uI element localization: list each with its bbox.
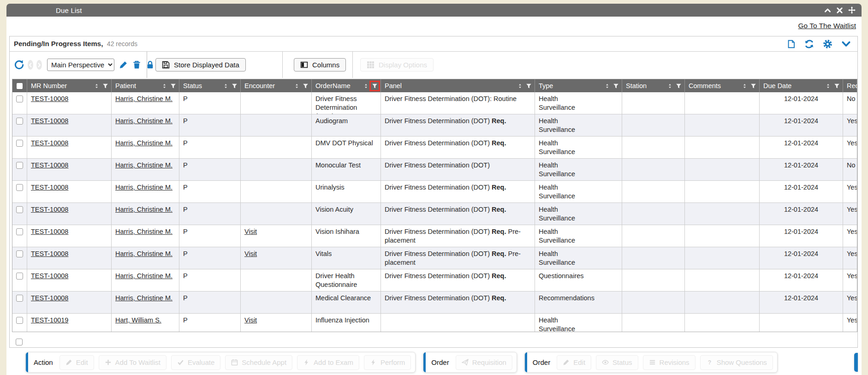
column-header-patient[interactable]: Patient: [112, 79, 179, 92]
move-icon[interactable]: [848, 6, 856, 14]
row-checkbox[interactable]: [16, 295, 23, 302]
collapse-panel-icon[interactable]: [841, 39, 851, 49]
column-header-encounter[interactable]: Encounter: [241, 79, 312, 92]
column-header-due_date[interactable]: Due Date: [760, 79, 843, 92]
mr-number-link[interactable]: TEST-10008: [31, 117, 68, 125]
column-header-type[interactable]: Type: [535, 79, 622, 92]
column-header-status[interactable]: Status: [179, 79, 241, 92]
filter-icon[interactable]: [750, 83, 756, 89]
sort-icon[interactable]: [363, 83, 369, 89]
row-checkbox[interactable]: [16, 250, 23, 257]
patient-link[interactable]: Harris, Christine M.: [115, 250, 172, 257]
add-to-exam-button[interactable]: Add to Exam: [297, 355, 359, 370]
mr-number-link[interactable]: TEST-10008: [31, 206, 68, 213]
add-to-waitlist-button[interactable]: Add To Waitlist: [99, 355, 166, 370]
sort-icon[interactable]: [162, 83, 167, 89]
patient-link[interactable]: Harris, Christine M.: [115, 139, 172, 147]
patient-link[interactable]: Harris, Christine M.: [115, 117, 172, 125]
revisions-button[interactable]: Revisions: [643, 355, 696, 370]
mr-number-link[interactable]: TEST-10019: [31, 316, 68, 324]
settings-gear-icon[interactable]: [823, 39, 832, 49]
sort-icon[interactable]: [667, 83, 672, 89]
row-checkbox[interactable]: [16, 339, 23, 345]
store-displayed-data-button[interactable]: Store Displayed Data: [155, 58, 246, 71]
undo-icon[interactable]: [14, 60, 24, 70]
prev-perspective-button[interactable]: [28, 60, 33, 70]
perform-button[interactable]: Perform: [364, 355, 411, 370]
row-checkbox[interactable]: [16, 273, 23, 280]
next-perspective-button[interactable]: [36, 60, 42, 70]
edit-perspective-pencil-icon[interactable]: [119, 60, 128, 69]
row-checkbox[interactable]: [16, 118, 23, 125]
row-checkbox[interactable]: [16, 317, 23, 324]
refresh-icon[interactable]: [804, 39, 814, 49]
filter-icon[interactable]: [170, 83, 176, 89]
perspective-select[interactable]: Main Perspective: [47, 59, 114, 71]
filter-icon[interactable]: [526, 83, 532, 89]
row-checkbox[interactable]: [16, 140, 23, 147]
sort-icon[interactable]: [742, 83, 747, 89]
mr-number-link[interactable]: TEST-10008: [31, 161, 68, 169]
column-header-order_name[interactable]: OrderName: [312, 79, 381, 92]
columns-button[interactable]: Columns: [294, 58, 346, 71]
patient-link[interactable]: Harris, Christine M.: [115, 294, 172, 302]
requisition-button[interactable]: Requisition: [456, 355, 512, 370]
mr-number-link[interactable]: TEST-10008: [31, 228, 68, 235]
row-checkbox[interactable]: [16, 228, 23, 235]
status-button[interactable]: Status: [596, 355, 638, 370]
waitlist-link[interactable]: Go To The Waitlist: [798, 22, 856, 30]
evaluate-button[interactable]: Evaluate: [171, 355, 220, 370]
sort-icon[interactable]: [94, 83, 99, 89]
mr-number-link[interactable]: TEST-10008: [31, 250, 68, 257]
schedule-appt-button[interactable]: Schedule Appt: [225, 355, 292, 370]
mr-number-link[interactable]: TEST-10008: [31, 272, 68, 280]
column-header-panel[interactable]: Panel: [381, 79, 535, 92]
encounter-link[interactable]: Visit: [244, 316, 257, 324]
column-header-mr[interactable]: MR Number: [27, 79, 112, 92]
row-checkbox[interactable]: [16, 162, 23, 169]
mr-number-link[interactable]: TEST-10008: [31, 139, 68, 147]
new-document-icon[interactable]: [787, 40, 796, 48]
edit-button[interactable]: Edit: [59, 355, 94, 370]
display-options-button[interactable]: Display Options: [360, 58, 434, 71]
patient-link[interactable]: Harris, Christine M.: [115, 161, 172, 169]
mr-number-link[interactable]: TEST-10008: [31, 184, 68, 191]
row-checkbox[interactable]: [16, 184, 23, 191]
sort-icon[interactable]: [294, 83, 299, 89]
filter-icon[interactable]: [613, 83, 619, 89]
row-checkbox-cell: [12, 114, 27, 136]
patient-link[interactable]: Harris, Christine M.: [115, 228, 172, 235]
mr-number-link[interactable]: TEST-10008: [31, 294, 68, 302]
filter-icon[interactable]: [102, 83, 108, 89]
select-all-checkbox[interactable]: [17, 83, 23, 89]
sort-icon[interactable]: [223, 83, 228, 89]
filter-icon-highlighted[interactable]: [372, 83, 378, 89]
encounter-link[interactable]: Visit: [244, 228, 257, 235]
sort-icon[interactable]: [826, 83, 831, 89]
filter-icon[interactable]: [303, 83, 309, 89]
row-checkbox[interactable]: [16, 206, 23, 213]
delete-perspective-trash-icon[interactable]: [132, 60, 141, 69]
mr-number-link[interactable]: TEST-10008: [31, 95, 68, 102]
edit-button[interactable]: Edit: [557, 355, 591, 370]
close-icon[interactable]: [836, 7, 843, 14]
cell-station: [622, 181, 685, 202]
patient-link[interactable]: Harris, Christine M.: [115, 272, 172, 280]
encounter-link[interactable]: Visit: [244, 250, 257, 257]
column-header-comments[interactable]: Comments: [685, 79, 760, 92]
row-checkbox[interactable]: [16, 95, 23, 102]
patient-link[interactable]: Harris, Christine M.: [115, 184, 172, 191]
sort-icon[interactable]: [517, 83, 523, 89]
filter-icon[interactable]: [676, 83, 682, 89]
patient-link[interactable]: Harris, Christine M.: [115, 95, 172, 102]
column-header-req[interactable]: Req: [843, 79, 857, 92]
collapse-icon[interactable]: [824, 7, 831, 14]
filter-icon[interactable]: [232, 83, 238, 89]
patient-link[interactable]: Harris, Christine M.: [115, 206, 172, 213]
sort-icon[interactable]: [605, 83, 610, 89]
filter-icon[interactable]: [834, 83, 840, 89]
show-questions-button[interactable]: ?Show Questions: [700, 355, 773, 370]
window-titlebar[interactable]: Due List: [6, 4, 862, 17]
column-header-station[interactable]: Station: [622, 79, 685, 92]
patient-link[interactable]: Hart, William S.: [115, 316, 161, 324]
